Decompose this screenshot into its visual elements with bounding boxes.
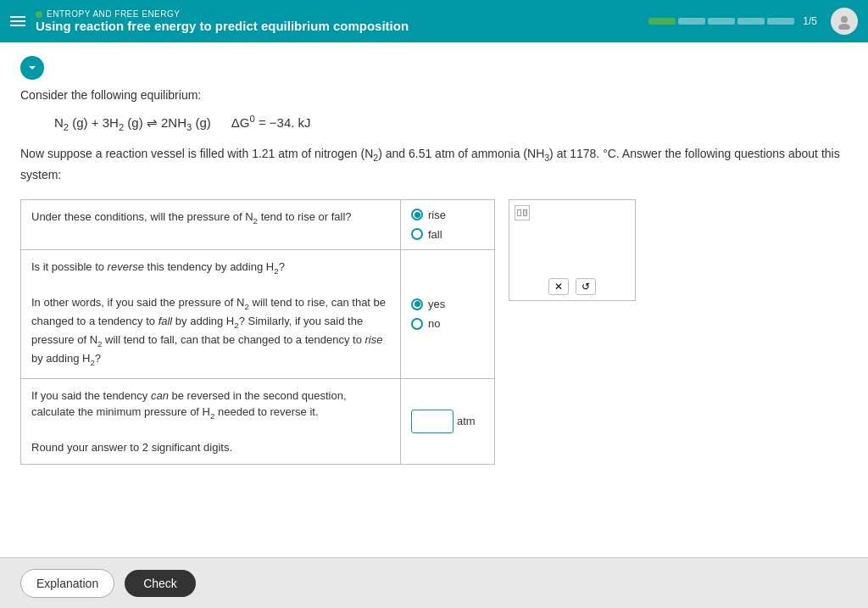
- radio-yes-label: yes: [428, 298, 445, 310]
- scratchpad: ✕ ↺: [509, 199, 636, 301]
- scratchpad-clear-button[interactable]: ✕: [548, 278, 569, 295]
- question-2-text: Is it possible to reverse this tendency …: [21, 250, 401, 378]
- question-3-answer: atm: [401, 379, 494, 465]
- consider-text: Consider the following equilibrium:: [20, 88, 848, 102]
- radio-fall[interactable]: fall: [411, 228, 484, 241]
- equation-block: N2 (g) + 3H2 (g) ⇌ 2NH3 (g) ΔG0 = −34. k…: [54, 114, 848, 132]
- scratchpad-toolbar: [515, 205, 630, 220]
- progress-segment-5: [767, 18, 794, 25]
- check-button[interactable]: Check: [125, 570, 196, 597]
- atm-input-wrapper: atm: [411, 410, 484, 433]
- collapse-row: [20, 56, 848, 80]
- radio-fall-label: fall: [428, 228, 442, 241]
- svg-point-0: [841, 16, 848, 23]
- table-row: Under these conditions, will the pressur…: [21, 200, 494, 250]
- page-title: Using reaction free energy to predict eq…: [36, 19, 409, 33]
- scratchpad-undo-button[interactable]: ↺: [576, 278, 596, 295]
- content-area: Consider the following equilibrium: N2 (…: [0, 42, 868, 557]
- progress-area: 1/5: [648, 8, 858, 35]
- suppose-text: Now suppose a reaction vessel is filled …: [20, 144, 848, 184]
- draw-icon: [515, 205, 530, 220]
- progress-segment-3: [708, 18, 735, 25]
- progress-segment-2: [678, 18, 705, 25]
- svg-point-1: [838, 24, 850, 30]
- status-dot: [36, 11, 42, 18]
- question-1-answer: rise fall: [401, 200, 494, 249]
- question-3-text: If you said the tendency can be reversed…: [21, 379, 401, 465]
- collapse-button[interactable]: [20, 56, 44, 80]
- equation-rhs: ΔG0 = −34. kJ: [231, 114, 311, 130]
- radio-no-label: no: [428, 317, 440, 330]
- progress-bar: [648, 18, 794, 25]
- table-row: Is it possible to reverse this tendency …: [21, 250, 494, 379]
- explanation-button[interactable]: Explanation: [20, 569, 114, 598]
- atm-unit-label: atm: [457, 415, 476, 427]
- question-2-answer: yes no: [401, 250, 494, 378]
- progress-segment-1: [648, 18, 676, 25]
- radio-no-circle: [411, 318, 423, 330]
- progress-segment-4: [737, 18, 765, 25]
- radio-no[interactable]: no: [411, 317, 484, 330]
- radio-fall-circle: [411, 228, 423, 240]
- header-category: ENTROPY AND FREE ENERGY: [36, 9, 409, 19]
- avatar[interactable]: [831, 8, 858, 35]
- radio-rise-circle: [411, 209, 423, 220]
- radio-rise[interactable]: rise: [411, 209, 484, 221]
- radio-yes[interactable]: yes: [411, 298, 484, 310]
- menu-button[interactable]: [10, 16, 25, 26]
- footer: Explanation Check: [0, 557, 868, 608]
- equation-lhs: N2 (g) + 3H2 (g) ⇌ 2NH3 (g): [54, 115, 211, 132]
- questions-table: Under these conditions, will the pressur…: [20, 199, 495, 465]
- progress-label: 1/5: [803, 15, 817, 27]
- question-1-text: Under these conditions, will the pressur…: [21, 200, 401, 249]
- radio-yes-circle: [411, 298, 423, 310]
- table-row: If you said the tendency can be reversed…: [21, 379, 494, 465]
- header: ENTROPY AND FREE ENERGY Using reaction f…: [0, 0, 868, 42]
- header-title-block: ENTROPY AND FREE ENERGY Using reaction f…: [36, 9, 409, 33]
- scratchpad-canvas[interactable]: [515, 227, 630, 271]
- pressure-input[interactable]: [411, 410, 453, 433]
- radio-rise-label: rise: [428, 209, 446, 221]
